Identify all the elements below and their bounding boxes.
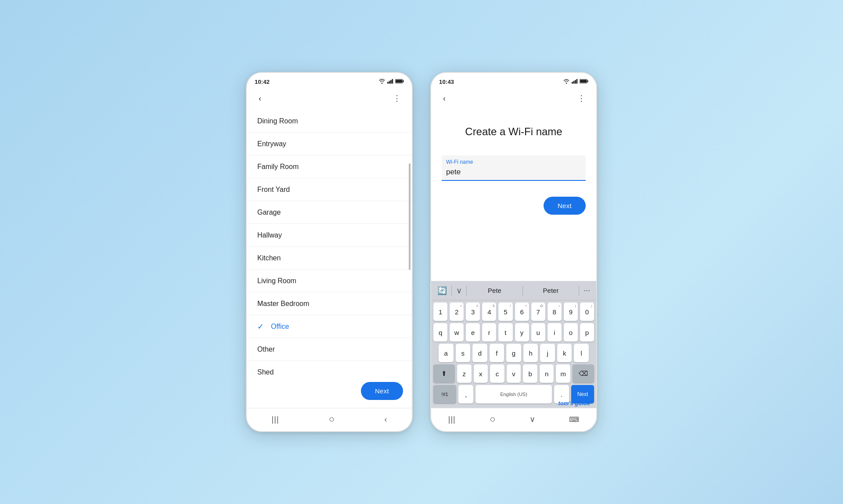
phone-right: 10:43 ‹ ⋮ Create a Wi-Fi name Wi-Fi	[430, 72, 597, 432]
key-d[interactable]: d	[472, 344, 487, 362]
keyboard-more-icon[interactable]: ···	[581, 284, 593, 297]
list-item[interactable]: Living Room	[247, 270, 412, 292]
divider	[451, 286, 452, 295]
nav-keyboard-right[interactable]: ⌨	[564, 414, 584, 425]
keyboard-refresh-icon[interactable]: 🔄	[435, 284, 450, 297]
menu-button-right[interactable]: ⋮	[573, 90, 589, 106]
key-period[interactable]: .	[554, 385, 569, 403]
key-u[interactable]: u	[531, 323, 545, 342]
list-item[interactable]: Shed	[247, 361, 412, 377]
wifi-name-field[interactable]	[442, 155, 586, 181]
nav-home-left[interactable]: ○	[324, 412, 340, 427]
keyboard-suggestions-row: 🔄 ∨ Pete Peter ···	[431, 281, 596, 300]
key-6[interactable]: =6	[515, 302, 529, 321]
nav-back-left[interactable]: ‹	[379, 413, 392, 426]
key-8[interactable]: i8	[548, 302, 562, 321]
svg-rect-3	[392, 79, 393, 84]
key-z[interactable]: z	[457, 364, 472, 383]
list-item[interactable]: Hallway	[247, 224, 412, 247]
check-icon: ✓	[257, 322, 264, 331]
keyboard-number-row: 1 ×2 #3 $4 /5 =6 @7 i8 (9 )0	[433, 302, 594, 321]
key-5[interactable]: /5	[498, 302, 512, 321]
key-s[interactable]: s	[456, 344, 471, 362]
wifi-title: Create a Wi-Fi name	[442, 126, 586, 138]
list-item[interactable]: Front Yard	[247, 178, 412, 201]
wifi-next-container: Next	[442, 197, 586, 215]
svg-rect-6	[396, 79, 402, 82]
key-shift[interactable]: ⬆	[433, 364, 455, 383]
key-3[interactable]: #3	[466, 302, 480, 321]
key-e[interactable]: e	[466, 323, 480, 342]
keyboard-zxcv-row: ⬆ z x c v b n m ⌫	[433, 364, 594, 383]
key-k[interactable]: k	[557, 344, 572, 362]
key-2[interactable]: ×2	[450, 302, 464, 321]
key-y[interactable]: y	[515, 323, 529, 342]
key-i[interactable]: i	[548, 323, 562, 342]
key-g[interactable]: g	[506, 344, 521, 362]
key-j[interactable]: j	[540, 344, 555, 362]
keyboard-collapse-icon[interactable]: ∨	[454, 284, 465, 297]
key-v[interactable]: v	[507, 364, 521, 383]
key-a[interactable]: a	[439, 344, 454, 362]
back-button-right[interactable]: ‹	[436, 90, 452, 106]
keyboard-next-button[interactable]: Next	[571, 385, 594, 403]
key-c[interactable]: c	[490, 364, 504, 383]
list-item[interactable]: Entryway	[247, 133, 412, 155]
key-l[interactable]: l	[574, 344, 589, 362]
key-9[interactable]: (9	[564, 302, 578, 321]
suggestion-peter[interactable]: Peter	[525, 285, 577, 296]
list-item[interactable]: Dining Room	[247, 110, 412, 133]
status-icons-right	[563, 79, 588, 85]
status-icons-left	[378, 79, 404, 85]
key-f[interactable]: f	[490, 344, 504, 362]
status-bar-left: 10:42	[247, 73, 412, 89]
divider	[579, 286, 579, 295]
key-symbol[interactable]: !#1	[433, 385, 456, 403]
next-button-right[interactable]: Next	[544, 197, 586, 215]
list-item[interactable]: Garage	[247, 201, 412, 224]
nav-back-right[interactable]: ∨	[524, 413, 540, 426]
key-w[interactable]: w	[450, 323, 464, 342]
svg-rect-7	[572, 82, 573, 83]
key-4[interactable]: $4	[482, 302, 496, 321]
suggestion-pete[interactable]: Pete	[468, 285, 521, 296]
back-button-left[interactable]: ‹	[252, 90, 268, 106]
key-comma[interactable]: ,	[458, 385, 473, 403]
key-h[interactable]: h	[523, 344, 538, 362]
list-item[interactable]: Kitchen	[247, 247, 412, 270]
nav-overview-right[interactable]: |||	[443, 413, 461, 426]
battery-icon-left	[395, 79, 404, 85]
key-space[interactable]: English (US)	[476, 385, 552, 403]
svg-rect-8	[573, 81, 575, 83]
key-t[interactable]: t	[498, 323, 512, 342]
top-bar-right: ‹ ⋮	[431, 89, 596, 110]
key-1[interactable]: 1	[433, 302, 447, 321]
key-q[interactable]: q	[433, 323, 447, 342]
nav-overview-left[interactable]: |||	[267, 413, 285, 426]
keyboard: 🔄 ∨ Pete Peter ··· 1 ×2 #3 $4 /5 =6 @7 i…	[431, 281, 596, 408]
key-p[interactable]: p	[580, 323, 594, 342]
key-r[interactable]: r	[482, 323, 496, 342]
next-button-left[interactable]: Next	[361, 382, 403, 400]
key-b[interactable]: b	[523, 364, 537, 383]
wifi-icon-right	[563, 79, 570, 85]
wifi-name-input-group: Wi-Fi name	[442, 155, 586, 181]
key-7[interactable]: @7	[531, 302, 545, 321]
list-item-selected[interactable]: ✓ Office	[247, 315, 412, 338]
key-m[interactable]: m	[556, 364, 570, 383]
room-list: Dining Room Entryway Family Room Front Y…	[247, 110, 412, 377]
keyboard-qwerty-row: q w e r t y u i o p	[433, 323, 594, 342]
menu-button-left[interactable]: ⋮	[389, 90, 405, 106]
key-o[interactable]: o	[564, 323, 578, 342]
keyboard-asdf-row: a s d f g h j k l	[433, 344, 594, 362]
key-x[interactable]: x	[474, 364, 488, 383]
key-n[interactable]: n	[540, 364, 554, 383]
list-item[interactable]: Family Room	[247, 155, 412, 178]
key-0[interactable]: )0	[580, 302, 594, 321]
key-backspace[interactable]: ⌫	[573, 364, 594, 383]
time-right: 10:43	[439, 79, 454, 85]
svg-rect-2	[390, 80, 392, 83]
list-item[interactable]: Master Bedroom	[247, 292, 412, 315]
nav-home-right[interactable]: ○	[484, 412, 501, 427]
list-item[interactable]: Other	[247, 338, 412, 361]
